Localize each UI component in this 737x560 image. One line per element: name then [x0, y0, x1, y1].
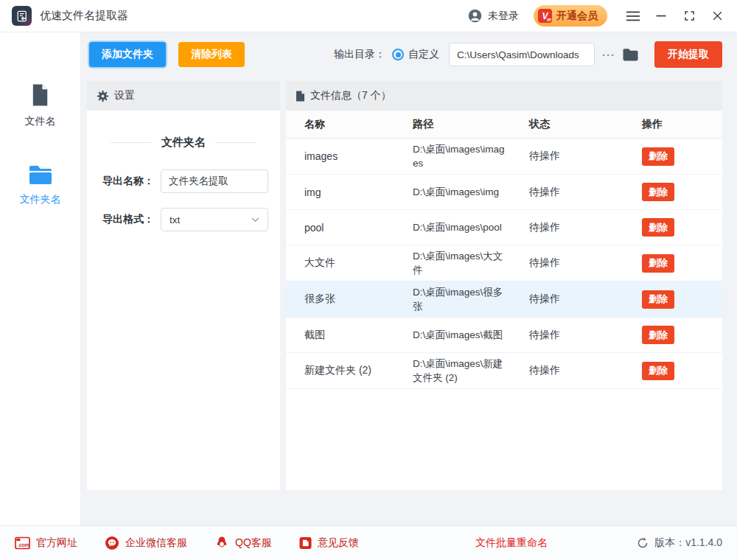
app-title: 优速文件名提取器 — [40, 9, 128, 23]
row-status: 待操作 — [529, 186, 642, 199]
row-name: pool — [304, 222, 413, 234]
row-path: D:\桌面\images\images — [413, 139, 529, 174]
gear-icon — [97, 90, 109, 102]
row-name: 截图 — [304, 329, 413, 342]
menu-button[interactable] — [625, 8, 641, 24]
open-folder-button[interactable] — [622, 48, 639, 62]
row-path: D:\桌面\images\img — [413, 181, 529, 203]
delete-button[interactable]: 删除 — [642, 362, 674, 380]
row-status: 待操作 — [529, 221, 642, 234]
toolbar: 添加文件夹 清除列表 输出目录： 自定义 ··· 开始提取 — [87, 41, 722, 68]
export-format-label: 导出格式： — [102, 213, 154, 226]
maximize-icon — [685, 11, 694, 21]
official-website-link[interactable]: .com 官方网址 — [15, 536, 77, 550]
table-row: images D:\桌面\images\images 待操作 删除 — [286, 139, 722, 175]
qq-icon — [214, 536, 229, 550]
feedback-label: 意见反馈 — [318, 536, 359, 550]
sidebar-item-label: 文件名 — [25, 115, 56, 128]
version-info: 版本：v1.1.4.0 — [637, 536, 722, 550]
version-label: 版本：v1.1.4.0 — [654, 536, 722, 550]
delete-button[interactable]: 删除 — [642, 183, 674, 201]
close-button[interactable] — [709, 8, 725, 24]
feedback-link[interactable]: 意见反馈 — [299, 536, 359, 550]
login-status-label: 未登录 — [488, 10, 519, 23]
delete-button[interactable]: 删除 — [642, 326, 674, 344]
output-dir-label: 输出目录： — [334, 48, 385, 61]
website-icon: .com — [15, 536, 30, 550]
sidebar-item-foldername[interactable]: 文件夹名 — [20, 164, 61, 206]
table-row: 很多张 D:\桌面\images\很多张 待操作 删除 — [286, 281, 722, 318]
column-header-action: 操作 — [642, 118, 722, 131]
row-name: img — [304, 186, 413, 198]
row-name: images — [304, 150, 413, 162]
export-format-value: txt — [170, 214, 180, 225]
export-name-input[interactable] — [161, 169, 268, 193]
browse-more-button[interactable]: ··· — [602, 49, 615, 61]
row-status: 待操作 — [529, 364, 642, 377]
delete-button[interactable]: 删除 — [642, 290, 674, 309]
open-vip-button[interactable]: V IP 开通会员 — [534, 5, 607, 27]
login-status[interactable]: 未登录 — [468, 9, 519, 23]
clear-list-button[interactable]: 清除列表 — [178, 42, 245, 67]
start-extract-button[interactable]: 开始提取 — [654, 41, 722, 68]
row-path: D:\桌面\images\很多张 — [413, 281, 529, 317]
folder-open-icon — [622, 48, 639, 62]
column-header-path: 路径 — [413, 118, 529, 131]
file-info-header-label: 文件信息（7 个） — [310, 89, 391, 102]
vip-icon: V IP — [538, 9, 552, 23]
settings-header-label: 设置 — [114, 89, 135, 102]
row-path: D:\桌面\images\大文件 — [413, 245, 529, 281]
custom-radio[interactable] — [392, 49, 404, 60]
table-row: 截图 D:\桌面\images\截图 待操作 删除 — [286, 318, 722, 353]
qq-support-link[interactable]: QQ客服 — [214, 536, 272, 550]
feedback-icon — [299, 536, 312, 550]
batch-rename-link[interactable]: 文件批量重命名 — [475, 536, 548, 550]
official-website-label: 官方网址 — [36, 536, 77, 550]
sidebar-item-filename[interactable]: 文件名 — [25, 83, 56, 128]
add-folder-button[interactable]: 添加文件夹 — [89, 42, 166, 67]
column-header-name: 名称 — [304, 118, 413, 131]
row-status: 待操作 — [529, 150, 642, 163]
file-info-header: 文件信息（7 个） — [286, 81, 722, 111]
minimize-icon — [656, 11, 666, 21]
delete-button[interactable]: 删除 — [642, 218, 674, 237]
footer: .com 官方网址 企业微信客服 QQ客服 — [0, 525, 737, 560]
delete-button[interactable]: 删除 — [642, 254, 674, 273]
maximize-button[interactable] — [681, 8, 697, 24]
row-status: 待操作 — [529, 256, 642, 270]
minimize-button[interactable] — [653, 8, 669, 24]
table-row: img D:\桌面\images\img 待操作 删除 — [286, 175, 722, 210]
file-info-panel: 文件信息（7 个） 名称 路径 状态 操作 images D:\桌面\image… — [286, 81, 722, 490]
open-vip-label: 开通会员 — [556, 10, 598, 23]
table-row: pool D:\桌面\images\pool 待操作 删除 — [286, 210, 722, 245]
row-path: D:\桌面\images\pool — [413, 217, 529, 238]
wechat-icon — [105, 536, 119, 550]
qq-support-label: QQ客服 — [235, 536, 272, 550]
document-icon — [296, 91, 305, 102]
folder-icon — [28, 164, 53, 186]
table-row: 大文件 D:\桌面\images\大文件 待操作 删除 — [286, 245, 722, 281]
settings-panel: 设置 文件夹名 导出名称： 导出格式： txt — [87, 81, 280, 490]
close-icon — [713, 11, 722, 21]
wechat-support-link[interactable]: 企业微信客服 — [105, 536, 187, 550]
refresh-icon[interactable] — [637, 537, 649, 549]
titlebar: 优速文件名提取器 未登录 V IP 开通会员 — [0, 0, 737, 32]
row-status: 待操作 — [529, 293, 642, 306]
table-column-headers: 名称 路径 状态 操作 — [286, 111, 722, 139]
export-name-label: 导出名称： — [102, 175, 154, 188]
app-window: 优速文件名提取器 未登录 V IP 开通会员 — [0, 0, 737, 560]
delete-button[interactable]: 删除 — [642, 147, 674, 166]
export-format-select[interactable]: txt — [161, 208, 268, 231]
table-body: images D:\桌面\images\images 待操作 删除 img D:… — [286, 139, 722, 389]
main-area: 添加文件夹 清除列表 输出目录： 自定义 ··· 开始提取 — [81, 32, 737, 525]
output-path-input[interactable] — [449, 43, 595, 66]
wechat-support-label: 企业微信客服 — [125, 536, 187, 550]
row-path: D:\桌面\images\截图 — [413, 324, 529, 346]
user-icon — [468, 9, 482, 23]
sidebar: 文件名 文件夹名 — [0, 32, 81, 525]
row-status: 待操作 — [529, 329, 642, 342]
row-path: D:\桌面\images\新建文件夹 (2) — [413, 353, 529, 388]
file-icon — [28, 83, 52, 108]
chevron-down-icon — [251, 217, 259, 223]
settings-header: 设置 — [87, 81, 280, 111]
